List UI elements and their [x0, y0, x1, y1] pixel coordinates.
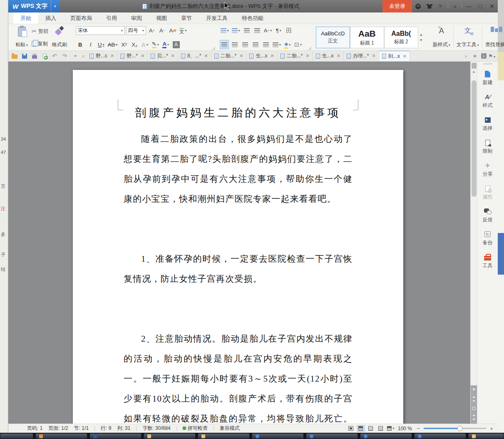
fullscreen-view-button[interactable]	[347, 425, 355, 432]
document-heading[interactable]: 剖腹产妈妈生二胎的六大注意事项	[124, 102, 353, 123]
web-view-button[interactable]	[377, 425, 385, 432]
status-spellcheck[interactable]: 拼写检查	[183, 425, 208, 432]
close-tab-icon[interactable]: ✕	[239, 53, 243, 59]
sidebar-item-feedback[interactable]: 反馈	[483, 208, 493, 223]
sidebar-item-styles[interactable]: A⁄ 样式	[483, 93, 493, 109]
font-size-combobox[interactable]: 四号▾	[126, 26, 146, 35]
page-view-button[interactable]	[357, 425, 365, 432]
find-replace-button[interactable]: 查找替换▾	[483, 26, 504, 49]
document-page[interactable]: 剖腹产妈妈生二胎的六大注意事项 随着二胎政策的出台，很多妈妈们是不是也心动了想要…	[73, 70, 403, 424]
style-normal[interactable]: AaBbCcD 正文	[316, 27, 350, 48]
taskbar-button[interactable]	[360, 433, 412, 439]
copy-button[interactable]: 复制	[30, 38, 50, 49]
tab-page-layout[interactable]: 页面布局	[63, 12, 99, 24]
scroll-up-arrow[interactable]: ▲	[472, 69, 476, 74]
cut-button[interactable]: ✂ 剪切	[30, 26, 50, 37]
chevron-down-icon[interactable]: ▾	[51, 0, 56, 12]
previous-page-button[interactable]: ⏶⏶	[472, 395, 475, 403]
strikethrough-button[interactable]: AB▾	[107, 40, 118, 49]
font-color-button[interactable]: A▾	[161, 40, 170, 49]
zoom-out-button[interactable]: −	[415, 425, 421, 432]
zoom-in-button[interactable]: ＋	[489, 425, 494, 432]
font-dialog-launcher[interactable]	[212, 47, 215, 50]
subscript-button[interactable]: X₂	[130, 40, 139, 49]
next-page-button[interactable]: ⏷⏷	[472, 414, 475, 422]
redo-button[interactable]: ↷	[60, 51, 69, 61]
doc-tab[interactable]: 生...x✕	[313, 51, 344, 61]
styles-scroll-down[interactable]: ▼	[420, 38, 423, 42]
status-section[interactable]: 节: 1/1	[74, 425, 89, 432]
tab-view[interactable]: 视图	[149, 12, 174, 24]
distribute-button[interactable]	[261, 40, 271, 49]
taskbar-button[interactable]	[252, 433, 304, 439]
paste-button[interactable]: 粘贴▾	[13, 26, 30, 49]
decrease-indent-button[interactable]	[242, 26, 251, 35]
minimize-button[interactable]: —	[463, 0, 474, 12]
sidebar-item-backup[interactable]: ↻ 备份	[483, 231, 493, 246]
tab-home[interactable]: 开始	[13, 12, 38, 24]
text-effects-button[interactable]: A▾	[140, 40, 149, 49]
align-left-button[interactable]	[220, 40, 229, 49]
doc-tab[interactable]: 生...x✕	[246, 51, 277, 61]
close-tab-icon[interactable]: ✕	[271, 53, 274, 59]
close-tab-icon[interactable]: ✕	[141, 53, 144, 59]
wps-menu-button[interactable]: W WPS 文字 ▾	[8, 0, 59, 12]
sidebar-item-select[interactable]: 选择	[483, 116, 493, 132]
print-button[interactable]	[30, 51, 39, 61]
tab-review[interactable]: 审阅	[124, 12, 149, 24]
tabs-scroll-left[interactable]: ‹	[81, 53, 86, 59]
undo-button[interactable]: ↶	[50, 51, 59, 61]
borders-button[interactable]: ⊡▾	[293, 40, 303, 49]
bold-button[interactable]: B	[76, 40, 85, 49]
justify-button[interactable]	[251, 40, 260, 49]
doc-tab[interactable]: 二胎...*✕	[278, 51, 313, 61]
align-right-button[interactable]	[241, 40, 250, 49]
close-tab-icon[interactable]: ✕	[110, 53, 114, 59]
switch-window-icon[interactable]: ⚑▾	[488, 53, 495, 59]
taskbar-button[interactable]	[35, 433, 87, 439]
scroll-down-arrow[interactable]: ▼	[472, 388, 476, 392]
quick-access-dropdown[interactable]: ▾	[71, 51, 80, 61]
document-canvas[interactable]: 剖腹产妈妈生二胎的六大注意事项 随着二胎政策的出台，很多妈妈们是不是也心动了想要…	[8, 62, 470, 424]
sidebar-item-restrict[interactable]: 限制	[483, 139, 493, 155]
taskbar-button[interactable]	[198, 433, 250, 439]
highlight-color-button[interactable]: ✎▾	[151, 40, 160, 49]
doc-tab[interactable]: 野...c✕	[87, 51, 117, 61]
doc-tab[interactable]: 二胎...*✕	[211, 51, 247, 61]
history-icon[interactable]: L	[481, 53, 487, 59]
numbered-list-button[interactable]: ▾	[231, 26, 241, 35]
paragraph[interactable]: 随着二胎政策的出台，很多妈妈们是不是也心动了想要生育第二胎了呢?头胎剖腹产的妈妈…	[124, 129, 353, 209]
ruler-toggle-icon[interactable]	[472, 63, 477, 69]
close-tab-icon[interactable]: ✕	[337, 53, 340, 59]
close-tab-icon[interactable]: ✕	[372, 53, 376, 59]
increase-font-button[interactable]: A+	[147, 26, 156, 35]
close-button[interactable]: ✕	[486, 0, 498, 12]
close-tab-icon[interactable]: ✕	[403, 54, 407, 59]
close-tab-icon[interactable]: ✕	[171, 53, 175, 59]
status-page-number[interactable]: 页码: 1	[27, 425, 42, 432]
shading-button[interactable]: ⬥▾	[283, 40, 292, 49]
sidebar-item-tools[interactable]: 工具	[483, 253, 493, 269]
text-tool-button[interactable]: 文⚒ 文字工具▾	[454, 26, 481, 49]
status-word-count[interactable]: 字数: 30/684	[142, 425, 170, 432]
increase-indent-button[interactable]	[253, 26, 262, 35]
style-heading1[interactable]: AaB 标题 1	[350, 27, 384, 48]
bullet-list-button[interactable]: ▾	[220, 26, 230, 35]
taskbar-button[interactable]	[306, 433, 358, 439]
style-heading2[interactable]: AaBb( 标题 2	[384, 27, 418, 48]
zoom-slider[interactable]	[424, 428, 486, 429]
character-shading-button[interactable]: A	[171, 40, 181, 49]
table-grid-button[interactable]: 田	[284, 26, 293, 35]
sidebar-item-new[interactable]: 新建	[483, 70, 493, 86]
italic-button[interactable]: I	[86, 40, 95, 49]
tab-special-features[interactable]: 特色功能	[235, 12, 271, 24]
open-button[interactable]	[10, 51, 19, 61]
zoom-level[interactable]: 100 %	[398, 426, 412, 432]
maximize-button[interactable]: □	[474, 0, 486, 12]
member-center-icon[interactable]	[412, 0, 424, 12]
taskbar-button[interactable]	[89, 433, 142, 439]
status-page-count[interactable]: 页面: 1/2	[48, 425, 68, 432]
phonetic-guide-button[interactable]: wén文▾	[179, 26, 188, 35]
superscript-button[interactable]: X²	[119, 40, 129, 49]
align-center-button[interactable]	[230, 40, 239, 49]
